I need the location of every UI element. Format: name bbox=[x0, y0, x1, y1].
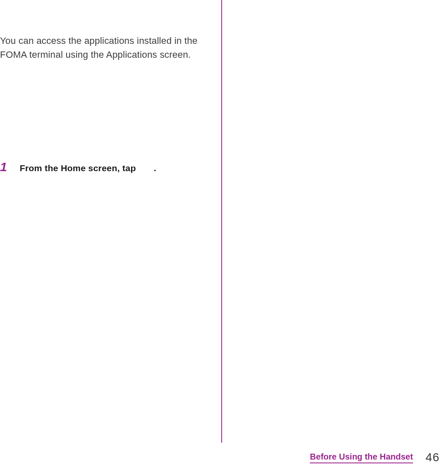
intro-paragraph: You can access the applications installe… bbox=[0, 34, 209, 62]
step-1: 1 From the Home screen, tap . bbox=[0, 161, 209, 173]
page-container: You can access the applications installe… bbox=[0, 0, 448, 476]
footer-section-title: Before Using the Handset bbox=[310, 452, 413, 463]
right-column bbox=[222, 0, 448, 476]
left-column: You can access the applications installe… bbox=[0, 0, 222, 443]
page-footer: Before Using the Handset 46 bbox=[310, 451, 440, 464]
step-number: 1 bbox=[0, 161, 7, 173]
step-instruction: From the Home screen, tap . bbox=[20, 163, 156, 173]
page-number: 46 bbox=[426, 451, 440, 464]
